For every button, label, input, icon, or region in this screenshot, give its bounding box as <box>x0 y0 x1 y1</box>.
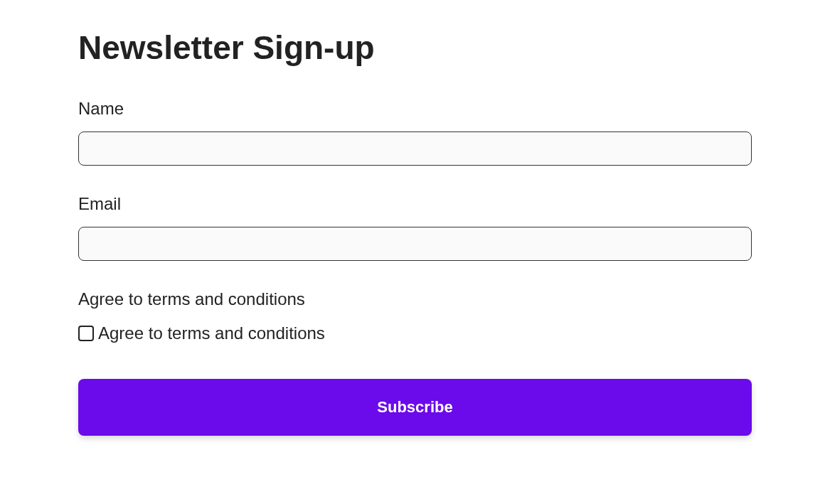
email-field-group: Email <box>78 194 752 261</box>
subscribe-button[interactable]: Subscribe <box>78 379 752 436</box>
email-input[interactable] <box>78 227 752 261</box>
email-label: Email <box>78 194 752 214</box>
terms-checkbox-row: Agree to terms and conditions <box>78 323 752 343</box>
name-input[interactable] <box>78 132 752 166</box>
newsletter-form: Name Email Agree to terms and conditions… <box>78 99 752 436</box>
terms-label: Agree to terms and conditions <box>78 289 752 309</box>
terms-checkbox-label: Agree to terms and conditions <box>98 323 325 343</box>
page-title: Newsletter Sign-up <box>78 28 752 67</box>
name-field-group: Name <box>78 99 752 166</box>
name-label: Name <box>78 99 752 119</box>
terms-checkbox[interactable] <box>78 326 94 341</box>
terms-field-group: Agree to terms and conditions Agree to t… <box>78 289 752 343</box>
